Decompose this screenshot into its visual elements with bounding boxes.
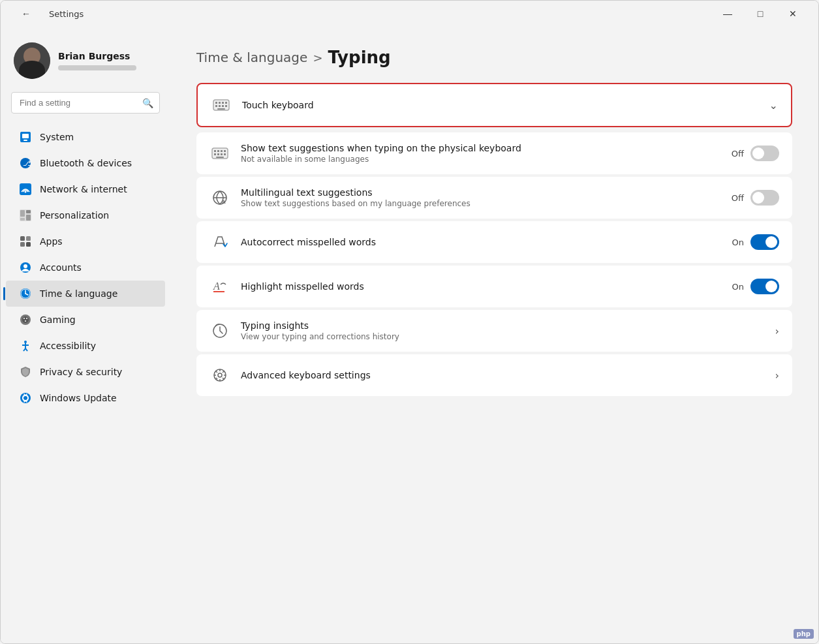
touch-keyboard-chevron: ⌄ <box>769 99 778 112</box>
multilingual-icon: A <box>209 187 230 208</box>
nav-item-apps[interactable]: Apps <box>6 228 165 254</box>
svg-text:⎇: ⎇ <box>23 159 31 167</box>
personalization-icon <box>19 209 32 222</box>
avatar <box>14 42 50 79</box>
svg-rect-35 <box>219 102 221 104</box>
toggle-knob-highlight <box>765 281 777 292</box>
svg-rect-48 <box>214 153 216 155</box>
nav-item-accounts[interactable]: Accounts <box>6 254 165 281</box>
text-suggestions-row[interactable]: Show text suggestions when typing on the… <box>196 132 792 174</box>
svg-line-31 <box>25 348 27 351</box>
svg-line-68 <box>223 371 224 373</box>
main-content: Time & language > Typing Touch keyboard … <box>170 27 818 643</box>
svg-point-25 <box>26 318 27 319</box>
nav-item-accessibility[interactable]: Accessibility <box>6 333 165 359</box>
svg-rect-51 <box>224 153 226 155</box>
svg-rect-13 <box>26 236 31 241</box>
svg-rect-10 <box>26 215 31 221</box>
typing-insights-row[interactable]: Typing insights View your typing and cor… <box>196 310 792 352</box>
svg-rect-46 <box>221 150 223 152</box>
back-button[interactable]: ← <box>11 3 41 24</box>
typing-insights-desc: View your typing and corrections history <box>241 332 765 341</box>
nav-item-network[interactable]: Network & internet <box>6 176 165 202</box>
titlebar-controls: — □ ✕ <box>713 3 808 24</box>
multilingual-title: Multilingual text suggestions <box>241 187 721 198</box>
text-suggestions-card: Show text suggestions when typing on the… <box>196 132 792 174</box>
svg-point-17 <box>23 264 27 268</box>
touch-keyboard-title: Touch keyboard <box>242 100 759 110</box>
svg-point-6 <box>25 191 27 193</box>
titlebar: ← Settings — □ ✕ <box>1 1 818 27</box>
highlight-text: Highlight misspelled words <box>241 281 722 292</box>
advanced-keyboard-card[interactable]: Advanced keyboard settings › <box>196 354 792 396</box>
update-icon <box>19 391 32 405</box>
advanced-keyboard-title: Advanced keyboard settings <box>241 370 765 380</box>
advanced-keyboard-row[interactable]: Advanced keyboard settings › <box>196 354 792 396</box>
nav-item-system[interactable]: System <box>6 124 165 150</box>
touch-keyboard-row[interactable]: Touch keyboard ⌄ <box>198 84 791 126</box>
breadcrumb: Time & language > Typing <box>196 48 792 67</box>
svg-line-69 <box>216 378 217 379</box>
nav-item-update[interactable]: Windows Update <box>6 385 165 411</box>
nav-label-update: Windows Update <box>40 393 117 403</box>
nav-label-time: Time & language <box>40 288 117 299</box>
autocorrect-row[interactable]: Autocorrect misspelled words On <box>196 221 792 263</box>
nav-item-bluetooth[interactable]: ⎇ Bluetooth & devices <box>6 150 165 176</box>
nav-label-privacy: Privacy & security <box>40 367 122 377</box>
text-suggestions-toggle[interactable] <box>750 146 779 161</box>
text-suggestions-desc: Not available in some languages <box>241 155 721 164</box>
autocorrect-toggle[interactable] <box>750 234 779 250</box>
multilingual-row[interactable]: A Multilingual text suggestions Show tex… <box>196 177 792 219</box>
touch-keyboard-text: Touch keyboard <box>242 100 759 110</box>
typing-insights-chevron: › <box>775 325 779 337</box>
svg-point-26 <box>25 320 26 322</box>
multilingual-toggle[interactable] <box>750 190 779 206</box>
typing-insights-card[interactable]: Typing insights View your typing and cor… <box>196 310 792 352</box>
toggle-knob-multi <box>752 192 764 204</box>
advanced-keyboard-action: › <box>775 369 779 382</box>
user-info: Brian Burgess <box>58 51 136 70</box>
svg-rect-39 <box>219 105 221 107</box>
nav-item-personalization[interactable]: Personalization <box>6 202 165 228</box>
maximize-button[interactable]: □ <box>745 3 775 24</box>
search-input[interactable] <box>11 92 160 114</box>
minimize-button[interactable]: — <box>713 3 743 24</box>
svg-rect-41 <box>225 105 227 107</box>
svg-rect-40 <box>222 105 224 107</box>
multilingual-toggle-label: Off <box>732 193 744 203</box>
touch-keyboard-card[interactable]: Touch keyboard ⌄ <box>196 83 792 127</box>
svg-text:A: A <box>213 281 220 292</box>
autocorrect-toggle-label: On <box>732 238 744 247</box>
autocorrect-card: Autocorrect misspelled words On <box>196 221 792 263</box>
nav-item-gaming[interactable]: Gaming <box>6 307 165 333</box>
close-button[interactable]: ✕ <box>778 3 808 24</box>
touch-keyboard-icon <box>211 95 232 115</box>
multilingual-card: A Multilingual text suggestions Show tex… <box>196 177 792 219</box>
nav-item-time[interactable]: Time & language <box>6 281 165 307</box>
highlight-row[interactable]: A Highlight misspelled words On <box>196 266 792 307</box>
svg-rect-36 <box>222 102 224 104</box>
breadcrumb-parent: Time & language <box>196 50 307 65</box>
multilingual-text: Multilingual text suggestions Show text … <box>241 187 721 208</box>
user-profile[interactable]: Brian Burgess <box>1 37 170 92</box>
nav-label-gaming: Gaming <box>40 314 76 325</box>
sidebar: Brian Burgess 🔍 System ⎇ Bluet <box>1 27 170 643</box>
text-suggestions-text: Show text suggestions when typing on the… <box>241 143 721 164</box>
svg-line-67 <box>223 378 224 379</box>
bluetooth-icon: ⎇ <box>19 157 32 170</box>
svg-point-24 <box>23 318 25 319</box>
text-suggestions-toggle-label: Off <box>732 149 744 159</box>
svg-rect-50 <box>221 153 223 155</box>
highlight-action: On <box>732 279 779 294</box>
svg-rect-45 <box>217 150 219 152</box>
time-icon <box>19 287 32 300</box>
svg-rect-42 <box>217 108 225 110</box>
nav-item-privacy[interactable]: Privacy & security <box>6 359 165 385</box>
svg-rect-34 <box>215 102 217 104</box>
network-icon <box>19 183 32 196</box>
titlebar-title: Settings <box>49 9 84 19</box>
user-name: Brian Burgess <box>58 51 136 61</box>
highlight-toggle[interactable] <box>750 279 779 294</box>
settings-window: ← Settings — □ ✕ Brian Burgess <box>0 0 819 644</box>
typing-insights-icon <box>209 320 230 341</box>
